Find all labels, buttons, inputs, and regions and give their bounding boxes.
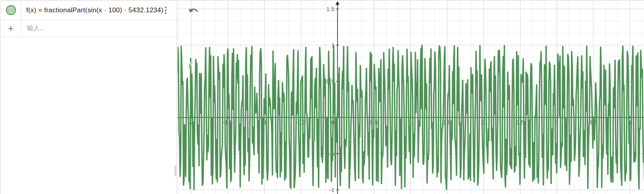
input-cell <box>21 24 177 32</box>
grid-canvas <box>178 1 644 194</box>
algebra-row-function[interactable]: f(x) = fractionalPart(sin(x · 100) · 543… <box>0 1 177 20</box>
algebra-row-new-input[interactable]: + <box>0 20 177 37</box>
geogebra-app: f(x) = fractionalPart(sin(x · 100) · 543… <box>0 0 644 194</box>
more-options-icon[interactable] <box>163 5 168 16</box>
undo-arrow-icon <box>188 7 200 16</box>
formula-cell: f(x) = fractionalPart(sin(x · 100) · 543… <box>21 6 177 14</box>
add-input-icon[interactable]: + <box>8 23 14 33</box>
panel-resize-handle[interactable] <box>174 166 176 177</box>
function-visibility-marble[interactable] <box>6 5 16 15</box>
undo-button[interactable] <box>187 6 201 18</box>
graphics-view[interactable]: -2-1.5-1-0.50.511.522.533.541.510.5-0.5-… <box>178 1 644 194</box>
function-formula[interactable]: f(x) = fractionalPart(sin(x · 100) · 543… <box>26 6 163 14</box>
marble-cell <box>0 1 21 19</box>
algebra-new-input-field[interactable] <box>26 24 163 32</box>
plus-cell: + <box>0 20 21 37</box>
algebra-panel: f(x) = fractionalPart(sin(x · 100) · 543… <box>0 1 177 194</box>
